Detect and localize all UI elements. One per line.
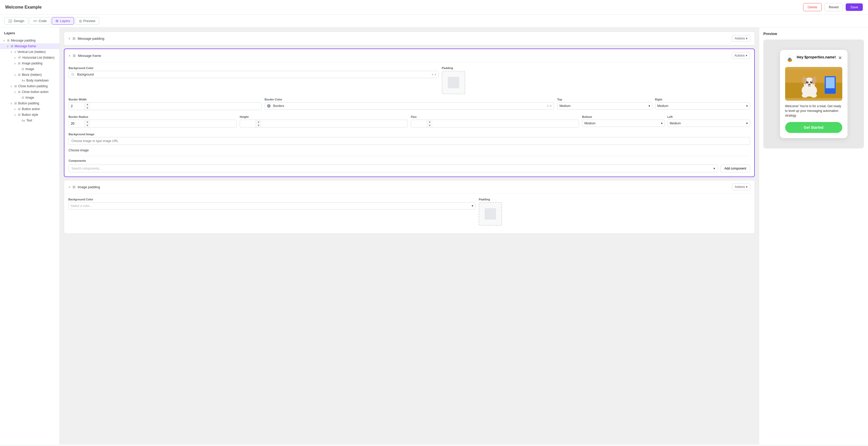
actions-button[interactable]: Actions ▾ xyxy=(732,52,750,59)
layer-label: Close button padding xyxy=(18,84,48,88)
chevron-down-icon: ▾ xyxy=(661,122,662,125)
border-width-spinner[interactable]: 2 ▲ ▼ xyxy=(68,102,261,110)
collapse-toggle[interactable]: ∧ xyxy=(68,185,70,189)
tab-code[interactable]: <> Code xyxy=(29,17,51,25)
right-value: Medium xyxy=(657,104,669,108)
dog-scene-svg xyxy=(785,67,842,101)
list-icon: ⦿ xyxy=(18,56,21,59)
bottom-select[interactable]: Medium ▾ xyxy=(582,120,665,127)
border-color-select[interactable]: Borders ✕ ▾ xyxy=(265,102,554,109)
preview-get-started-button[interactable]: Get Started xyxy=(785,122,842,133)
sidebar-item-horizontal-list[interactable]: ∨ ⦿ Horizontal List (hidden) xyxy=(0,55,60,61)
add-component-button[interactable]: Add component xyxy=(720,165,750,172)
layer-label: Button style xyxy=(22,113,38,117)
tab-design[interactable]: ⬜ Design xyxy=(4,17,28,25)
layer-label: Message padding xyxy=(11,39,36,42)
delete-button[interactable]: Delete xyxy=(803,3,822,11)
actions-button[interactable]: Actions ▾ xyxy=(732,184,750,190)
bg-color-select[interactable]: Background ✕ ▾ xyxy=(68,71,439,78)
tab-layers-label: Layers xyxy=(60,19,70,23)
sidebar-item-button-padding[interactable]: ∨ ⊞ Button padding xyxy=(0,100,60,106)
spinner-down[interactable]: ▼ xyxy=(85,106,90,110)
sidebar-item-button-action[interactable]: ∨ ⊞ Button action xyxy=(0,106,60,112)
sidebar-item-image-padding[interactable]: ∨ ⊞ Image padding xyxy=(0,61,60,66)
chevron-down-icon: ▾ xyxy=(649,104,650,108)
spinner-buttons: ▲ ▼ xyxy=(85,102,90,110)
sidebar-item-message-frame[interactable]: ∨ ⊞ Message frame xyxy=(0,43,60,49)
flex-spinner[interactable]: ▲ ▼ xyxy=(411,120,579,127)
svg-point-3 xyxy=(788,58,789,60)
image-bg-color-select[interactable]: Select a color... ▾ xyxy=(68,202,475,210)
spinner-down[interactable]: ▼ xyxy=(256,124,261,127)
spinner-up[interactable]: ▲ xyxy=(85,120,90,124)
form-row-bg-padding: Background Color Background ✕ ▾ xyxy=(68,66,750,94)
border-radius-input[interactable]: 20 xyxy=(69,120,85,127)
chevron-down-icon: ▾ xyxy=(746,104,748,108)
form-group-bottom: Bottom Medium ▾ xyxy=(582,115,665,127)
sidebar-item-block-hidden[interactable]: ∨ ⊞ Block (hidden) xyxy=(0,72,60,77)
form-row-bg-image: Background Image Choose image xyxy=(68,133,750,152)
component-search[interactable]: Search components... ▾ xyxy=(68,165,718,172)
close-button[interactable]: ✕ xyxy=(838,55,842,61)
form-group-padding: Padding xyxy=(442,66,750,94)
form-group-left: Left Medium ▾ xyxy=(668,115,750,127)
form-group-right: Right Medium ▾ xyxy=(655,98,750,109)
padding-inner xyxy=(448,77,459,88)
border-radius-spinner[interactable]: 20 ▲ ▼ xyxy=(68,120,237,127)
tab-preview[interactable]: ◎ Preview xyxy=(75,17,99,25)
collapse-toggle[interactable]: ∨ xyxy=(68,37,70,40)
chevron-icon: ∨ xyxy=(13,73,17,76)
actions-label: Actions xyxy=(735,37,745,40)
sidebar-item-text[interactable]: ∨ Aa Text xyxy=(0,118,60,123)
padding-label: Padding xyxy=(442,66,750,70)
sidebar-item-close-button-padding[interactable]: ∨ ⊞ Close button padding xyxy=(0,83,60,89)
chevron-icon: ∨ xyxy=(13,108,17,110)
height-spinner[interactable]: ▲ ▼ xyxy=(240,120,408,127)
padding-row-bottom-left: Bottom Medium ▾ Left Medium ▾ xyxy=(582,115,750,127)
spinner-down[interactable]: ▼ xyxy=(85,124,90,127)
height-input[interactable] xyxy=(240,120,255,127)
bg-image-input[interactable] xyxy=(69,137,750,145)
panel-message-padding: ∨ ⊞ Message padding Actions ▾ xyxy=(64,32,755,45)
tab-preview-label: Preview xyxy=(83,19,95,23)
chevron-down-icon: ▾ xyxy=(746,37,747,40)
form-group-border-width: Border Width 2 ▲ ▼ xyxy=(68,98,261,112)
chevron-icon: ∨ xyxy=(13,114,17,116)
right-select[interactable]: Medium ▾ xyxy=(655,102,750,109)
spinner-up[interactable]: ▲ xyxy=(85,102,90,106)
actions-button[interactable]: Actions ▾ xyxy=(732,35,750,42)
spinner-up[interactable]: ▲ xyxy=(427,120,432,124)
border-width-input[interactable]: 2 xyxy=(69,103,85,109)
form-group-flex: Flex ▲ ▼ xyxy=(411,115,579,129)
spinner-down[interactable]: ▼ xyxy=(427,124,432,127)
top-select[interactable]: Medium ▾ xyxy=(557,102,652,109)
preview-greeting: Hey $properties.name! xyxy=(797,55,836,59)
left-select[interactable]: Medium ▾ xyxy=(668,120,750,127)
form-group-background-image: Background Image Choose image xyxy=(68,133,750,152)
sidebar-item-button-style[interactable]: ∨ ⊞ Button style xyxy=(0,112,60,118)
clear-icon[interactable]: ✕ xyxy=(431,73,434,76)
choose-image-button[interactable]: Choose image xyxy=(68,146,750,152)
sidebar-item-close-button-action[interactable]: ∨ ⊞ Close button action xyxy=(0,89,60,95)
sidebar-item-message-padding[interactable]: ∨ ⊞ Message padding xyxy=(0,38,60,43)
form-group-height: Height ▲ ▼ xyxy=(240,115,408,129)
border-width-label: Border Width xyxy=(68,98,261,101)
spinner-up[interactable]: ▲ xyxy=(256,120,261,124)
tab-layers[interactable]: ⊞ Layers xyxy=(52,17,74,25)
collapse-toggle[interactable]: ∧ xyxy=(68,54,71,57)
sidebar-item-image1[interactable]: ∨ ⊟ Image xyxy=(0,66,60,72)
sidebar-item-image2[interactable]: ∨ ⊟ Image xyxy=(0,95,60,100)
left-value: Medium xyxy=(670,122,681,125)
panel-body-image-padding: Background Color Select a color... ▾ Pad… xyxy=(64,194,754,233)
preview-icon: ◎ xyxy=(79,19,82,23)
actions-label: Actions xyxy=(735,54,745,57)
section-divider xyxy=(68,156,750,156)
save-button[interactable]: Save xyxy=(846,3,863,11)
chevron-icon: ∨ xyxy=(2,39,6,42)
sidebar-item-body-markdown[interactable]: ∨ Aa Body markdown xyxy=(0,77,60,83)
spinner-buttons: ▲ ▼ xyxy=(427,120,432,127)
clear-icon[interactable]: ✕ xyxy=(547,104,549,108)
sidebar-item-vertical-list[interactable]: ∨ ≡ Vertical List (hidden) xyxy=(0,49,60,55)
flex-input[interactable] xyxy=(411,120,427,127)
revert-button[interactable]: Revert xyxy=(825,3,843,11)
